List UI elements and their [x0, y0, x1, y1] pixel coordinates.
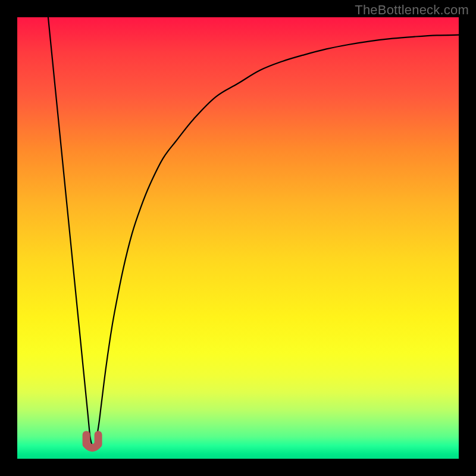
chart-svg: [17, 17, 459, 459]
watermark-text: TheBottleneck.com: [355, 2, 469, 18]
chart-plot-area: [17, 17, 459, 459]
chart-frame: TheBottleneck.com: [0, 0, 476, 476]
optimum-thumb: [86, 435, 98, 448]
bottleneck-curve: [48, 17, 459, 447]
